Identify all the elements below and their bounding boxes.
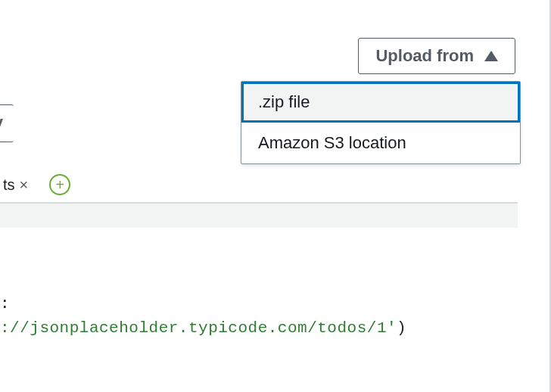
code-editor-content[interactable]: : ://jsonplaceholder.typicode.com/todos/… bbox=[0, 292, 518, 340]
editor-gutter-strip bbox=[0, 204, 518, 228]
editor-tab-bar: ts × + bbox=[0, 167, 518, 204]
dropdown-item-zip[interactable]: .zip file bbox=[241, 82, 520, 123]
editor-tab[interactable]: ts × bbox=[0, 167, 31, 202]
main-panel: Upload from .zip file Amazon S3 location… bbox=[0, 0, 551, 392]
upload-from-label: Upload from bbox=[375, 46, 474, 66]
code-text: ) bbox=[397, 319, 406, 337]
partial-button[interactable]: y bbox=[0, 104, 14, 142]
upload-from-button[interactable]: Upload from bbox=[358, 38, 515, 74]
tab-label: ts bbox=[3, 176, 15, 194]
add-tab-button[interactable]: + bbox=[49, 174, 70, 195]
code-text: : bbox=[0, 295, 10, 313]
close-icon[interactable]: × bbox=[20, 176, 29, 194]
dropdown-item-label: Amazon S3 location bbox=[258, 133, 406, 152]
partial-button-label: y bbox=[0, 113, 3, 132]
upload-from-dropdown: .zip file Amazon S3 location bbox=[241, 81, 521, 164]
dropdown-item-label: .zip file bbox=[258, 92, 310, 111]
plus-icon: + bbox=[55, 177, 64, 192]
dropdown-item-s3[interactable]: Amazon S3 location bbox=[241, 123, 520, 163]
triangle-up-icon bbox=[484, 51, 498, 61]
code-string-literal: ://jsonplaceholder.typicode.com/todos/1' bbox=[0, 319, 397, 337]
